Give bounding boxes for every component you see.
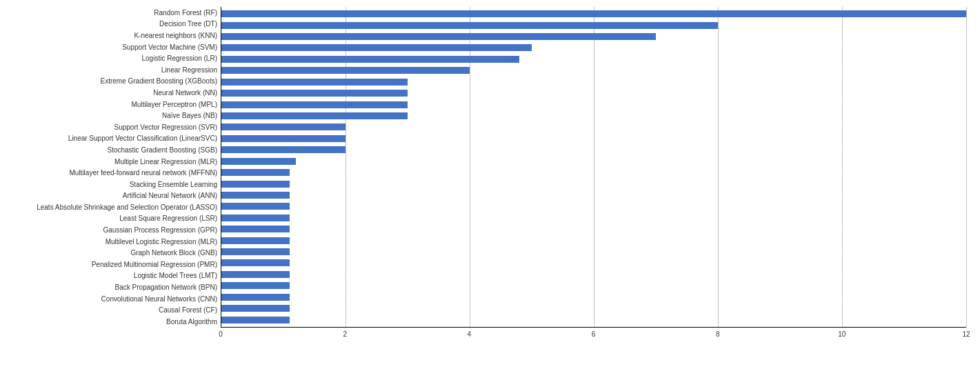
y-label: Leats Absolute Shrinkage and Selection O… [37, 201, 217, 212]
bar [221, 248, 290, 255]
y-label: Artificial Neural Network (ANN) [123, 190, 217, 201]
bar [221, 135, 346, 142]
bar [221, 282, 290, 289]
bar [221, 67, 470, 74]
y-label: Multilayer feed-forward neural network (… [69, 168, 217, 179]
x-axis-label: 2 [343, 330, 347, 338]
chart-area: Random Forest (RF)Decision Tree (DT)K-ne… [7, 7, 966, 328]
y-label: Back Propagation Network (BPN) [115, 282, 217, 293]
bars-area [221, 7, 966, 328]
grid-line [966, 7, 967, 327]
bar-row [221, 32, 966, 41]
y-label: Convolutional Neural Networks (CNN) [101, 293, 217, 304]
bars-inner [221, 7, 966, 327]
y-label: Least Square Regression (LSR) [119, 213, 217, 224]
bar [221, 146, 346, 153]
y-label: Graph Network Block (GNB) [130, 248, 217, 259]
bar-row [221, 303, 966, 313]
bar [221, 112, 408, 119]
bar [221, 317, 290, 323]
y-label: Naïve Bayes (NB) [162, 110, 217, 121]
bar [221, 271, 290, 278]
bar [221, 237, 290, 244]
bar [221, 215, 290, 221]
y-label: Support Vector Regression (SVR) [114, 121, 217, 132]
bar [221, 22, 718, 29]
bar-row [221, 281, 966, 290]
bar-row [221, 270, 966, 279]
y-label: Penalized Multinomial Regression (PMR) [92, 259, 217, 270]
y-label: Linear Support Vector Classification (Li… [68, 133, 217, 144]
bar-row [221, 66, 966, 75]
y-label: Logistic Regression (LR) [142, 53, 218, 64]
bar-row [221, 88, 966, 98]
bar-row [221, 9, 966, 19]
bar-row [221, 315, 966, 325]
x-axis-label: 0 [219, 330, 223, 338]
bar-row [221, 122, 966, 132]
bar-row [221, 134, 966, 143]
y-label: Linear Regression [161, 64, 217, 75]
y-label: Boruta Algorithm [166, 316, 217, 327]
bar-row [221, 111, 966, 121]
bar [221, 44, 532, 51]
y-axis-labels: Random Forest (RF)Decision Tree (DT)K-ne… [7, 7, 221, 328]
y-label: Random Forest (RF) [154, 7, 217, 18]
bar-row [221, 168, 966, 177]
bar-row [221, 43, 966, 52]
chart-container: Random Forest (RF)Decision Tree (DT)K-ne… [0, 0, 980, 369]
bar-row [221, 292, 966, 302]
bar [221, 305, 290, 312]
bar-row [221, 213, 966, 223]
x-axis-label: 4 [468, 330, 472, 338]
bar [221, 181, 290, 188]
y-label: Decision Tree (DT) [159, 19, 217, 30]
bar-row [221, 77, 966, 87]
bar [221, 33, 656, 40]
x-axis-label: 6 [592, 330, 596, 338]
y-label: Stochastic Gradient Boosting (SGB) [107, 144, 217, 155]
bar [221, 123, 346, 130]
y-label: Causal Forest (CF) [159, 305, 217, 316]
bar-row [221, 157, 966, 166]
bar-row [221, 236, 966, 246]
bar-row [221, 54, 966, 64]
x-axis-labels: 024681012 [221, 328, 966, 341]
bar [221, 294, 290, 301]
bar-row [221, 100, 966, 110]
bar [221, 169, 290, 176]
bar [221, 226, 290, 232]
bar-row [221, 224, 966, 234]
y-label: Neural Network (NN) [153, 87, 217, 98]
y-label: Gaussian Process Regression (GPR) [103, 225, 217, 236]
y-label: Multilayer Perceptron (MPL) [132, 99, 217, 110]
bar [221, 90, 408, 97]
y-label: Logistic Model Trees (LMT) [134, 270, 217, 281]
x-axis-label: 10 [838, 330, 846, 338]
bar [221, 158, 296, 165]
bar [221, 203, 290, 210]
bar [221, 79, 408, 86]
bar-row [221, 145, 966, 154]
bar-row [221, 247, 966, 257]
y-label: Multilevel Logistic Regression (MLR) [106, 236, 217, 247]
bar-row [221, 201, 966, 211]
bar [221, 10, 966, 17]
bar [221, 101, 408, 108]
y-label: Extreme Gradient Boosting (XGBoots) [100, 76, 217, 87]
x-axis-label: 8 [716, 330, 720, 338]
bar-row [221, 258, 966, 268]
bar-row [221, 190, 966, 200]
y-label: Support Vector Machine (SVM) [122, 41, 217, 52]
bar-row [221, 21, 966, 30]
x-axis-label: 12 [962, 330, 970, 338]
bar [221, 56, 519, 63]
bar [221, 192, 290, 199]
bar [221, 259, 290, 266]
y-label: Multiple Linear Regression (MLR) [114, 156, 217, 167]
bar-row [221, 179, 966, 189]
y-label: K-nearest neighbors (KNN) [134, 30, 217, 41]
y-label: Stacking Ensemble Learning [130, 179, 217, 190]
